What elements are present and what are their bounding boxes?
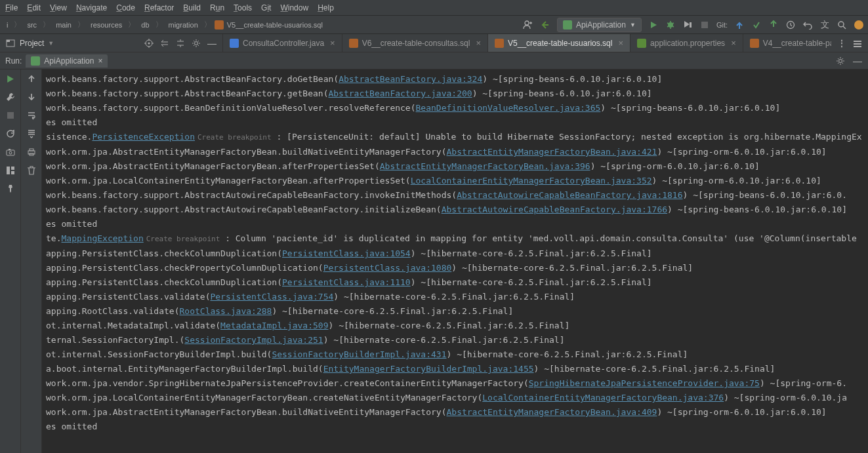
- rerun-icon[interactable]: [5, 73, 16, 84]
- refresh-icon[interactable]: [5, 128, 16, 139]
- close-icon[interactable]: ×: [98, 56, 102, 66]
- file-type-icon: [230, 39, 239, 48]
- stacktrace-link[interactable]: AbstractEntityManagerFactoryBean.java:39…: [380, 161, 590, 171]
- crumb[interactable]: resources: [88, 20, 125, 30]
- editor-tab[interactable]: V6__create-table-consultas.sql×: [342, 34, 488, 52]
- stacktrace-link[interactable]: PersistentClass.java:1080: [323, 263, 452, 273]
- stacktrace-link[interactable]: PersistentClass.java:1110: [282, 277, 411, 287]
- stacktrace-link[interactable]: AbstractBeanFactory.java:324: [339, 74, 482, 84]
- stop-icon[interactable]: [5, 110, 16, 121]
- user-add-icon[interactable]: [523, 20, 533, 30]
- expand-all-icon[interactable]: [159, 38, 170, 49]
- git-update-icon[interactable]: [734, 20, 745, 30]
- run-config-selector[interactable]: ApiApplication ▼: [557, 18, 642, 32]
- stacktrace-link[interactable]: EntityManagerFactoryBuilderImpl.java:145…: [323, 364, 534, 374]
- menu-navigate[interactable]: Navigate: [76, 3, 107, 12]
- editor-tab[interactable]: V4__create-table-paacient…×: [743, 34, 831, 52]
- console-line: work.orm.jpa.AbstractEntityManagerFactor…: [43, 159, 868, 174]
- menu-run[interactable]: Run: [210, 3, 224, 12]
- run-session-tab[interactable]: ApiApplication ×: [26, 54, 108, 68]
- crumb[interactable]: i: [4, 20, 10, 30]
- stacktrace-link[interactable]: AbstractBeanFactory.java:200: [328, 89, 472, 98]
- editor-tab[interactable]: ConsultaController.java×: [223, 34, 342, 52]
- svg-rect-2: [690, 22, 692, 28]
- crumb[interactable]: main: [53, 20, 74, 30]
- stacktrace-link[interactable]: AbstractAutowireCapableBeanFactory.java:…: [457, 190, 682, 200]
- menu-help[interactable]: Help: [318, 3, 334, 12]
- git-commit-icon[interactable]: [751, 20, 762, 30]
- tab-label: V5__create-table-usuarios.sql: [508, 39, 612, 48]
- menu-view[interactable]: View: [50, 3, 67, 12]
- more-tabs-icon[interactable]: ⋮: [837, 38, 847, 49]
- menu-refactor[interactable]: Refactor: [144, 3, 174, 12]
- editor-tab[interactable]: application.properties×: [630, 34, 743, 52]
- editor-tab[interactable]: V5__create-table-usuarios.sql×: [488, 34, 630, 52]
- layout-icon[interactable]: [5, 165, 16, 176]
- minimize-icon[interactable]: —: [207, 38, 217, 49]
- menu-tools[interactable]: Tools: [234, 3, 252, 12]
- run-coverage-button[interactable]: [682, 20, 693, 30]
- stacktrace-link[interactable]: AbstractEntityManagerFactoryBean.java:42…: [446, 147, 657, 157]
- svg-rect-19: [9, 149, 10, 150]
- locate-icon[interactable]: [144, 38, 154, 49]
- stacktrace-link[interactable]: MappingException: [61, 233, 143, 243]
- stacktrace-link[interactable]: RootClass.java:288: [180, 306, 272, 316]
- run-button[interactable]: [648, 20, 659, 30]
- stacktrace-link[interactable]: AbstractAutowireCapableBeanFactory.java:…: [442, 205, 667, 214]
- stacktrace-link[interactable]: SessionFactoryBuilderImpl.java:431: [272, 349, 446, 359]
- close-icon[interactable]: ×: [731, 38, 736, 48]
- git-history-icon[interactable]: [785, 20, 796, 30]
- trash-icon[interactable]: [26, 165, 37, 176]
- ai-icon[interactable]: 文: [819, 20, 830, 30]
- debug-button[interactable]: [665, 20, 676, 30]
- git-push-icon[interactable]: [768, 20, 779, 30]
- stacktrace-link[interactable]: LocalContainerEntityManagerFactoryBean.j…: [411, 176, 652, 186]
- menu-build[interactable]: Build: [183, 3, 201, 12]
- stacktrace-link[interactable]: LocalContainerEntityManagerFactoryBean.j…: [482, 393, 724, 403]
- crumb[interactable]: src: [24, 20, 39, 30]
- svg-point-1: [668, 22, 673, 28]
- crumb[interactable]: db: [138, 20, 152, 30]
- soft-wrap-icon[interactable]: [26, 110, 37, 121]
- stacktrace-link[interactable]: AbstractEntityManagerFactoryBean.java:40…: [446, 407, 657, 417]
- scroll-end-icon[interactable]: [26, 128, 37, 139]
- chevron-down-icon[interactable]: ▼: [48, 40, 54, 47]
- console-output[interactable]: work.beans.factory.support.AbstractBeanF…: [42, 69, 868, 453]
- crumb[interactable]: migration: [166, 20, 201, 30]
- stacktrace-link[interactable]: SpringHibernateJpaPersistenceProvider.ja…: [529, 378, 760, 388]
- menu-edit[interactable]: Edit: [27, 3, 41, 12]
- up-arrow-icon[interactable]: [26, 73, 37, 84]
- close-icon[interactable]: ×: [330, 38, 335, 48]
- git-rollback-icon[interactable]: [802, 20, 813, 30]
- camera-icon[interactable]: [5, 147, 16, 157]
- menu-window[interactable]: Window: [280, 3, 308, 12]
- back-arrow-icon[interactable]: [540, 20, 550, 30]
- stacktrace-link[interactable]: BeanDefinitionValueResolver.java:365: [416, 103, 601, 113]
- minimize-icon[interactable]: —: [852, 56, 863, 66]
- stacktrace-link[interactable]: PersistentClass.java:754: [210, 292, 333, 302]
- stop-button[interactable]: [699, 20, 710, 30]
- menu-git[interactable]: Git: [261, 3, 271, 12]
- stacktrace-link[interactable]: MetadataImpl.java:509: [220, 321, 328, 330]
- stacktrace-link[interactable]: PersistentClass.java:1054: [282, 248, 411, 258]
- create-breakpoint-link[interactable]: Create breakpoint: [197, 133, 272, 142]
- wrench-icon[interactable]: [5, 92, 16, 102]
- collapse-all-icon[interactable]: [175, 38, 186, 49]
- menu-code[interactable]: Code: [116, 3, 135, 12]
- close-icon[interactable]: ×: [476, 38, 481, 48]
- pin-icon[interactable]: [5, 184, 16, 194]
- gear-icon[interactable]: [191, 38, 201, 49]
- stacktrace-link[interactable]: SessionFactoryImpl.java:251: [184, 335, 323, 345]
- print-icon[interactable]: [26, 147, 37, 157]
- crumb-file[interactable]: V5__create-table-usuarios.sql: [224, 20, 325, 30]
- create-breakpoint-link[interactable]: Create breakpoint: [146, 235, 220, 243]
- search-icon[interactable]: [837, 20, 847, 30]
- close-icon[interactable]: ×: [618, 38, 623, 48]
- gear-icon[interactable]: [835, 56, 846, 66]
- settings-indicator-icon[interactable]: [854, 20, 864, 30]
- menu-file[interactable]: File: [5, 3, 18, 12]
- stacktrace-link[interactable]: PersistenceException: [92, 132, 195, 142]
- tab-menu-icon[interactable]: [852, 38, 863, 49]
- project-tool-header[interactable]: Project ▼ —: [0, 34, 223, 52]
- down-arrow-icon[interactable]: [26, 92, 37, 102]
